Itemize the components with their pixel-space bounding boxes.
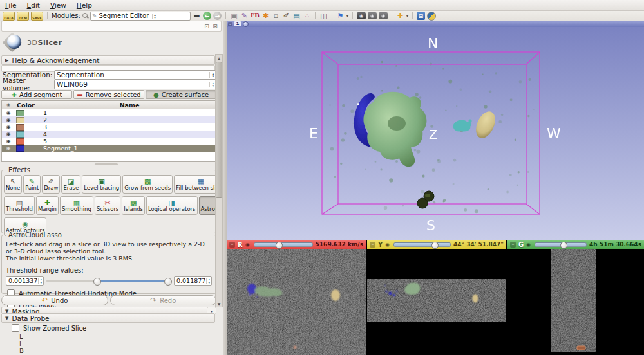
segment-color-swatch[interactable] xyxy=(16,110,24,116)
master-volume-combobox[interactable]: WEIN069 ▴▾ xyxy=(54,80,216,89)
module-selector-arrows[interactable]: ▴▾ xyxy=(152,14,156,19)
slice-visibility-icon[interactable]: ◉ xyxy=(526,242,532,248)
segment-row[interactable]: ◉ 2 xyxy=(2,116,216,123)
create-surface-button[interactable]: ● Create surface xyxy=(146,90,216,99)
save-icon[interactable]: SAVE xyxy=(31,12,43,21)
undo-button[interactable]: ↶ Undo xyxy=(1,295,108,305)
slice-pin-icon[interactable]: – xyxy=(510,242,516,248)
scene-view-add-icon[interactable]: ◉ xyxy=(368,12,377,19)
editor-module-icon[interactable]: ✐ xyxy=(282,12,290,20)
effect-draw-button[interactable]: ✐Draw xyxy=(42,175,60,194)
menu-edit[interactable]: Edit xyxy=(27,1,40,9)
segment-color-swatch[interactable] xyxy=(16,138,24,145)
effect-level-tracing-button[interactable]: ▣Level tracing xyxy=(82,175,121,194)
tables-module-icon[interactable]: ▤ xyxy=(292,12,301,20)
scroll-down-icon[interactable]: ▼ xyxy=(216,300,222,307)
yellow-slice-controller[interactable]: – Y ◉ 44° 34' 51.847" xyxy=(367,240,506,249)
dicom-icon[interactable]: DCM xyxy=(17,12,29,21)
python-console-icon[interactable] xyxy=(427,12,436,21)
menu-view[interactable]: View xyxy=(50,1,66,9)
data-probe-header[interactable]: ▼ Data Probe xyxy=(1,313,215,323)
threeD-view-canvas[interactable]: N E Z W S xyxy=(227,27,644,240)
slider-handle-min[interactable] xyxy=(93,278,101,286)
effect-erase-button[interactable]: ◪Erase xyxy=(61,175,80,194)
slice-visibility-icon[interactable]: ◉ xyxy=(385,242,391,248)
help-acknowledgement-header[interactable]: ▶ Help & Acknowledgement xyxy=(1,55,215,65)
crosshair-icon[interactable]: ✚ xyxy=(396,12,404,20)
eye-icon[interactable]: ◉ xyxy=(2,138,15,144)
module-selector-combobox[interactable]: ✎ Segment Editor ▴▾ xyxy=(90,12,191,21)
module-search-icon[interactable] xyxy=(82,13,88,19)
yellow-slice-view[interactable] xyxy=(367,249,506,355)
scrollbar-thumb[interactable] xyxy=(216,62,222,198)
slice-pin-icon[interactable]: – xyxy=(229,242,235,248)
segment-color-swatch[interactable] xyxy=(16,131,24,138)
eye-icon[interactable]: ◉ xyxy=(2,110,15,116)
threshold-max-spinbox[interactable]: 0.011877 ▴▾ xyxy=(174,276,212,286)
crosshair-dropdown-icon[interactable]: ▾ xyxy=(406,14,408,18)
effect-paint-button[interactable]: ✎Paint xyxy=(23,175,41,194)
volumes-module-icon[interactable]: ▫ xyxy=(272,12,280,20)
view-menu-icon[interactable]: – xyxy=(228,22,232,26)
menu-file[interactable]: File xyxy=(5,1,17,9)
back-icon[interactable]: ← xyxy=(203,12,211,20)
scene-view-restore-icon[interactable]: ◉ xyxy=(379,12,388,19)
segment-row-selected[interactable]: ◉ Segment_1 xyxy=(2,145,216,152)
green-slice-view[interactable] xyxy=(507,249,644,355)
segment-row[interactable]: ◉ 3 xyxy=(2,123,216,131)
redo-button[interactable]: ↷ Redo xyxy=(110,295,217,305)
slice-slider-handle[interactable] xyxy=(276,242,283,249)
segmentation-combobox[interactable]: Segmentation ▴▾ xyxy=(54,70,216,80)
effect-islands-button[interactable]: ▩Islands xyxy=(122,196,145,215)
segment-row[interactable]: ◉ 5 xyxy=(2,138,216,145)
markups-module-icon[interactable]: ∴ xyxy=(303,12,311,20)
red-slice-controller[interactable]: – R ◉ 5169.632 km/s xyxy=(227,240,366,249)
remove-selected-button[interactable]: ▬ Remove selected xyxy=(73,90,144,99)
extensions-manager-icon[interactable]: ⊞ xyxy=(417,12,425,20)
slice-slider-handle[interactable] xyxy=(431,242,439,249)
effect-none-button[interactable]: ↖None xyxy=(4,175,22,194)
menu-help[interactable]: Help xyxy=(77,1,92,9)
modules-history-icon[interactable]: ▬ xyxy=(193,12,201,20)
slider-handle-max[interactable] xyxy=(164,278,172,286)
effect-logical-operators-button[interactable]: ◨Logical operators xyxy=(146,196,197,215)
panel-scrollbar[interactable]: ▲ ▼ xyxy=(215,54,223,307)
annotations-module-icon[interactable]: ✎ xyxy=(240,12,249,20)
segment-color-swatch[interactable] xyxy=(16,117,24,123)
show-zoomed-slice-checkbox[interactable] xyxy=(12,324,19,332)
slice-offset-slider[interactable] xyxy=(254,242,313,247)
slice-visibility-icon[interactable]: ◉ xyxy=(245,242,251,248)
red-slice-view[interactable] xyxy=(227,249,366,355)
scroll-up-icon[interactable]: ▲ xyxy=(216,55,222,61)
volume-rendering-icon[interactable]: ✱ xyxy=(261,12,270,20)
forward-icon[interactable]: → xyxy=(213,12,222,20)
segment-row[interactable]: ◉ 1 xyxy=(2,109,216,116)
segment-row[interactable]: ◉ 4 xyxy=(2,131,216,138)
threeD-view-header[interactable]: – 1 xyxy=(227,21,644,27)
registration-module-icon[interactable]: FB xyxy=(251,12,260,20)
slice-slider-handle[interactable] xyxy=(560,242,567,249)
effect-scissors-button[interactable]: ✂Scissors xyxy=(95,196,120,215)
slice-offset-slider[interactable] xyxy=(393,242,451,247)
effect-grow-from-seeds-button[interactable]: ▩Grow from seeds xyxy=(122,175,173,194)
data-module-icon[interactable]: ▣ xyxy=(230,12,238,20)
layout-selector-icon[interactable]: ◫ xyxy=(319,12,328,20)
panel-undock-icon[interactable]: ⊡ xyxy=(204,23,210,30)
masking-header[interactable]: ▼ Masking xyxy=(1,307,216,313)
eye-icon[interactable]: ◉ xyxy=(2,124,15,130)
effect-threshold-button[interactable]: ▤Threshold xyxy=(4,196,35,215)
load-data-icon[interactable]: DATA xyxy=(3,12,15,21)
eye-icon[interactable]: ◉ xyxy=(2,145,15,151)
eye-icon[interactable]: ◉ xyxy=(2,131,15,137)
slice-pin-icon[interactable]: – xyxy=(370,242,375,248)
panel-splitter-handle[interactable] xyxy=(95,163,118,165)
view-pin-icon[interactable] xyxy=(243,21,249,27)
green-slice-controller[interactable]: – G ◉ 4h 51m 30.664s xyxy=(507,240,644,249)
eye-icon[interactable]: ◉ xyxy=(2,117,15,123)
effect-smoothing-button[interactable]: ▦Smoothing xyxy=(60,196,93,215)
threshold-range-slider[interactable] xyxy=(46,280,171,282)
effect-margin-button[interactable]: ✚Margin xyxy=(36,196,59,215)
mouse-pin-icon[interactable]: ⚑ xyxy=(336,12,345,20)
slice-offset-slider[interactable] xyxy=(535,242,587,247)
panel-close-icon[interactable]: ⊠ xyxy=(212,23,218,30)
